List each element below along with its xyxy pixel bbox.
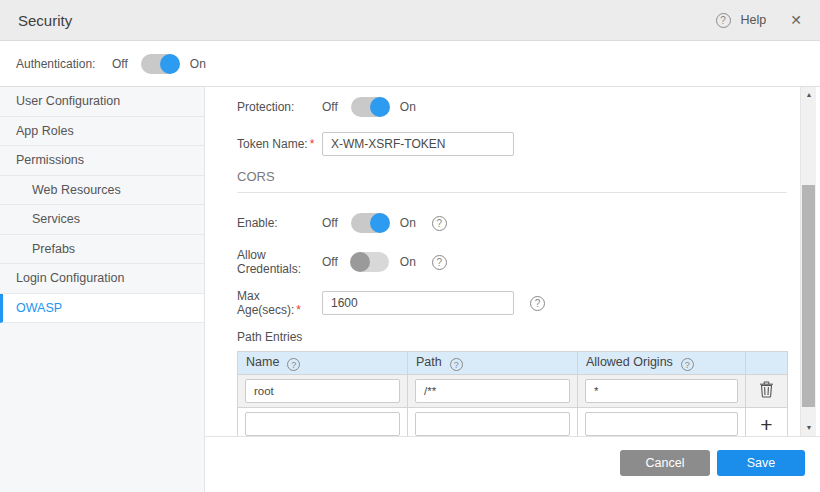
column-header-name: Name?: [238, 352, 408, 375]
titlebar: Security ? Help ✕: [0, 0, 820, 41]
max-age-input[interactable]: [322, 291, 514, 315]
toggle-knob: [160, 54, 180, 74]
help-link[interactable]: Help: [741, 13, 767, 27]
path-entries-table: Name? Path? Allowed Origins?: [237, 351, 788, 437]
sidebar-item-services[interactable]: Services: [0, 205, 204, 235]
cors-enable-row: Enable: Off On ?: [237, 211, 787, 235]
protection-off-label: Off: [322, 100, 338, 114]
sidebar-item-prefabs[interactable]: Prefabs: [0, 235, 204, 265]
protection-toggle[interactable]: [351, 97, 389, 117]
authentication-label: Authentication:: [16, 57, 112, 71]
cors-divider: [237, 192, 787, 193]
sidebar-item-user-configuration[interactable]: User Configuration: [0, 87, 204, 117]
scrollbar-thumb[interactable]: [802, 185, 815, 407]
allow-credentials-help-icon[interactable]: ?: [432, 255, 447, 270]
table-row: [238, 375, 788, 408]
security-dialog: Security ? Help ✕ Authentication: Off On…: [0, 0, 820, 492]
toggle-knob: [370, 213, 390, 233]
max-age-help-icon[interactable]: ?: [530, 296, 545, 311]
token-name-input[interactable]: [322, 132, 514, 156]
max-age-label: Max Age(secs):*: [237, 289, 322, 317]
plus-icon: +: [760, 413, 772, 436]
path-entry-origins-input[interactable]: [585, 379, 738, 403]
enable-label: Enable:: [237, 216, 322, 230]
cors-enable-toggle[interactable]: [351, 213, 389, 233]
table-row: +: [238, 408, 788, 438]
sidebar-item-web-resources[interactable]: Web Resources: [0, 176, 204, 206]
scroll-down-icon[interactable]: ▼: [801, 422, 817, 434]
authentication-toggle[interactable]: [141, 54, 179, 74]
enable-on-label: On: [400, 216, 416, 230]
sidebar: User Configuration App Roles Permissions…: [0, 87, 205, 492]
delete-row-button[interactable]: [746, 375, 788, 408]
max-age-row: Max Age(secs):* ?: [237, 289, 787, 317]
authentication-on-label: On: [190, 57, 206, 71]
close-icon[interactable]: ✕: [790, 12, 802, 28]
sidebar-item-owasp[interactable]: OWASP: [0, 294, 204, 324]
path-entries-label: Path Entries: [237, 330, 787, 344]
table-header-row: Name? Path? Allowed Origins?: [238, 352, 788, 375]
allow-credentials-toggle[interactable]: [351, 252, 389, 272]
trash-icon: [759, 381, 774, 398]
path-entry-origins-input[interactable]: [585, 412, 738, 436]
path-entry-path-input[interactable]: [415, 379, 570, 403]
authentication-off-label: Off: [112, 57, 128, 71]
path-help-icon[interactable]: ?: [450, 358, 463, 371]
cancel-button[interactable]: Cancel: [620, 450, 710, 476]
vertical-scrollbar[interactable]: ▲ ▼: [800, 87, 816, 436]
sidebar-item-login-configuration[interactable]: Login Configuration: [0, 264, 204, 294]
save-button[interactable]: Save: [717, 450, 805, 476]
scroll-up-icon[interactable]: ▲: [801, 89, 817, 101]
protection-label: Protection:: [237, 100, 322, 114]
column-header-actions: [746, 352, 788, 375]
authentication-row: Authentication: Off On: [0, 41, 820, 87]
path-entry-name-input[interactable]: [245, 412, 400, 436]
sidebar-item-app-roles[interactable]: App Roles: [0, 117, 204, 147]
name-help-icon[interactable]: ?: [287, 358, 300, 371]
enable-help-icon[interactable]: ?: [432, 216, 447, 231]
column-header-path: Path?: [408, 352, 578, 375]
token-name-label: Token Name:*: [237, 137, 322, 151]
column-header-allowed-origins: Allowed Origins?: [578, 352, 746, 375]
protection-on-label: On: [400, 100, 416, 114]
toggle-knob: [370, 97, 390, 117]
add-row-button[interactable]: +: [746, 408, 788, 438]
required-asterisk: *: [310, 137, 315, 151]
allow-credentials-label: Allow Credentials:: [237, 248, 322, 276]
required-asterisk: *: [296, 303, 301, 317]
sidebar-item-permissions[interactable]: Permissions: [0, 146, 204, 176]
footer: Cancel Save: [205, 437, 820, 492]
token-name-row: Token Name:*: [237, 132, 787, 156]
allowed-origins-help-icon[interactable]: ?: [681, 358, 694, 371]
cors-section-heading: CORS: [237, 169, 787, 184]
allow-credentials-on-label: On: [400, 255, 416, 269]
owasp-settings-panel: Protection: Off On Token Name:* CORS: [205, 87, 820, 437]
enable-off-label: Off: [322, 216, 338, 230]
protection-row: Protection: Off On: [237, 95, 787, 119]
page-title: Security: [18, 12, 72, 29]
help-icon[interactable]: ?: [716, 13, 731, 28]
path-entry-path-input[interactable]: [415, 412, 570, 436]
allow-credentials-row: Allow Credentials: Off On ?: [237, 248, 787, 276]
allow-credentials-off-label: Off: [322, 255, 338, 269]
toggle-knob: [350, 252, 370, 272]
path-entry-name-input[interactable]: [245, 379, 400, 403]
